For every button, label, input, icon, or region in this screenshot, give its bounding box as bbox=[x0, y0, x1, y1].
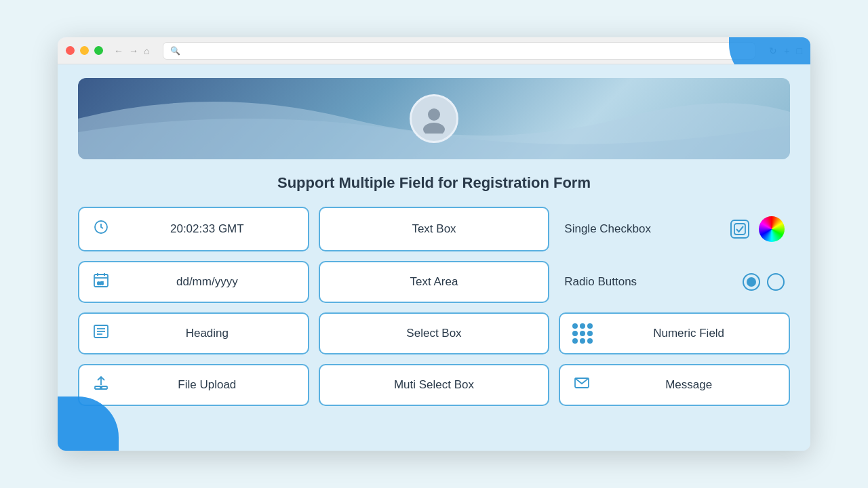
browser-window: ← → ⌂ 🔍 ↻ + □ bbox=[58, 37, 810, 451]
multi-select-label: Muti Select Box bbox=[332, 378, 536, 392]
radio-buttons-field[interactable]: Radio Buttons bbox=[559, 261, 790, 303]
numeric-field-label: Numeric Field bbox=[601, 327, 776, 340]
message-field[interactable]: Message bbox=[559, 364, 790, 406]
time-value: 20:02:33 GMT bbox=[119, 222, 296, 236]
clock-icon bbox=[92, 219, 111, 239]
select-box-label: Select Box bbox=[332, 327, 536, 340]
svg-point-14 bbox=[100, 387, 102, 388]
heading-label: Heading bbox=[119, 327, 296, 340]
time-field[interactable]: 20:02:33 GMT bbox=[78, 207, 309, 251]
browser-titlebar: ← → ⌂ 🔍 ↻ + □ bbox=[58, 37, 810, 64]
radio-button-unselected[interactable] bbox=[767, 273, 785, 291]
checkbox-icon[interactable] bbox=[730, 220, 749, 239]
back-icon[interactable]: ← bbox=[114, 45, 123, 56]
grid-dots-icon bbox=[572, 323, 591, 344]
page-title: Support Multiple Field for Registration … bbox=[78, 174, 790, 192]
multi-select-field[interactable]: Muti Select Box bbox=[319, 364, 550, 406]
single-checkbox-field[interactable]: Single Checkbox bbox=[559, 207, 790, 251]
search-icon: 🔍 bbox=[170, 46, 180, 56]
browser-navigation: ← → ⌂ bbox=[114, 45, 149, 56]
forward-icon[interactable]: → bbox=[129, 45, 138, 56]
radio-buttons-label: Radio Buttons bbox=[564, 275, 736, 289]
calendar-icon: 365 bbox=[92, 272, 111, 292]
fields-grid: 20:02:33 GMT Text Box Single Checkbox bbox=[78, 207, 790, 406]
text-box-label: Text Box bbox=[332, 222, 536, 236]
select-box-field[interactable]: Select Box bbox=[319, 312, 550, 354]
browser-content: Support Multiple Field for Registration … bbox=[58, 64, 810, 451]
svg-point-1 bbox=[423, 123, 445, 134]
date-field[interactable]: 365 dd/mm/yyyy bbox=[78, 261, 309, 303]
radio-button-selected[interactable] bbox=[743, 273, 760, 291]
traffic-light-yellow[interactable] bbox=[80, 46, 89, 55]
text-area-label: Text Area bbox=[332, 275, 536, 289]
user-avatar bbox=[410, 94, 458, 143]
file-upload-field[interactable]: File Upload bbox=[78, 364, 309, 406]
traffic-light-red[interactable] bbox=[66, 46, 75, 55]
svg-rect-3 bbox=[734, 224, 745, 235]
single-checkbox-label: Single Checkbox bbox=[564, 222, 724, 236]
message-label: Message bbox=[601, 378, 776, 392]
svg-text:365: 365 bbox=[98, 281, 104, 285]
home-icon[interactable]: ⌂ bbox=[144, 45, 149, 56]
color-wheel-icon bbox=[759, 216, 785, 242]
file-upload-label: File Upload bbox=[119, 378, 296, 392]
address-bar[interactable]: 🔍 bbox=[163, 42, 755, 60]
heading-icon bbox=[92, 323, 111, 344]
heading-field[interactable]: Heading bbox=[78, 312, 309, 354]
traffic-light-green[interactable] bbox=[94, 46, 103, 55]
header-banner bbox=[78, 78, 790, 159]
svg-point-0 bbox=[428, 108, 440, 121]
upload-icon bbox=[92, 375, 111, 395]
text-area-field[interactable]: Text Area bbox=[319, 261, 550, 303]
date-value: dd/mm/yyyy bbox=[119, 275, 296, 289]
envelope-icon bbox=[572, 375, 591, 395]
text-box-field[interactable]: Text Box bbox=[319, 207, 550, 251]
numeric-field[interactable]: Numeric Field bbox=[559, 312, 790, 354]
